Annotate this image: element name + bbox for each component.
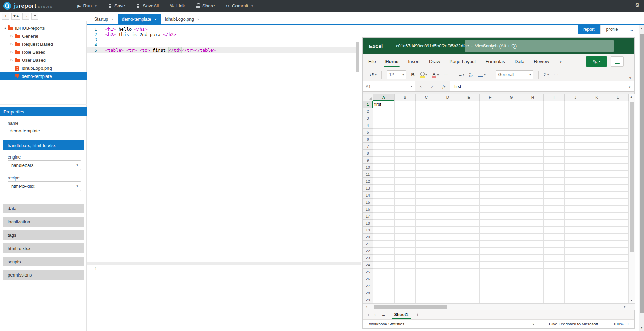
- cell-I12[interactable]: [544, 178, 565, 185]
- tree-item-role-based[interactable]: ▷Role Based: [0, 48, 87, 56]
- cell-B5[interactable]: [395, 129, 416, 136]
- cell-D13[interactable]: [437, 185, 458, 192]
- cell-B14[interactable]: [395, 192, 416, 199]
- cell-G23[interactable]: [501, 255, 522, 262]
- cell-B18[interactable]: [395, 220, 416, 227]
- collapsed-arrow-icon[interactable]: ▷: [10, 51, 14, 54]
- cell-L23[interactable]: [607, 255, 629, 262]
- cell-G11[interactable]: [501, 171, 522, 178]
- cell-L8[interactable]: [607, 150, 629, 157]
- cell-G26[interactable]: [501, 275, 522, 282]
- cell-F8[interactable]: [480, 150, 501, 157]
- column-header-J[interactable]: J: [565, 94, 586, 101]
- section-scripts[interactable]: scripts: [3, 257, 84, 266]
- cell-D3[interactable]: [437, 115, 458, 122]
- row-header-18[interactable]: 18: [363, 220, 373, 227]
- preview-scrollbar[interactable]: ▲ ▼: [639, 25, 644, 331]
- row-header-12[interactable]: 12: [363, 178, 373, 185]
- cell-D16[interactable]: [437, 206, 458, 213]
- cell-H9[interactable]: [522, 157, 544, 164]
- cell-C18[interactable]: [416, 220, 437, 227]
- prev-sheet-icon[interactable]: ‹: [368, 312, 369, 317]
- close-icon[interactable]: ×: [111, 17, 113, 21]
- cell-J29[interactable]: [565, 296, 586, 303]
- cell-B8[interactable]: [395, 150, 416, 157]
- cell-A15[interactable]: [373, 199, 395, 206]
- cell-E13[interactable]: [458, 185, 480, 192]
- row-header-28[interactable]: 28: [363, 289, 373, 296]
- recipe-select[interactable]: html-to-xlsx ▾: [8, 181, 81, 191]
- cancel-icon[interactable]: ×: [419, 84, 422, 89]
- cell-I9[interactable]: [544, 157, 565, 164]
- cell-C12[interactable]: [416, 178, 437, 185]
- cell-J21[interactable]: [565, 241, 586, 248]
- cell-C29[interactable]: [416, 296, 437, 303]
- cell-I16[interactable]: [544, 206, 565, 213]
- fill-color-button[interactable]: ▾: [420, 72, 427, 78]
- cell-K13[interactable]: [586, 185, 607, 192]
- cell-K16[interactable]: [586, 206, 607, 213]
- cell-J18[interactable]: [565, 220, 586, 227]
- cell-K24[interactable]: [586, 262, 607, 269]
- cell-F23[interactable]: [480, 255, 501, 262]
- cell-A29[interactable]: [373, 296, 395, 303]
- cell-D12[interactable]: [437, 178, 458, 185]
- cell-I7[interactable]: [544, 143, 565, 150]
- cell-E26[interactable]: [458, 275, 480, 282]
- cell-F7[interactable]: [480, 143, 501, 150]
- cell-D19[interactable]: [437, 227, 458, 234]
- code-line[interactable]: 1<h1> hello </h1>: [87, 27, 356, 32]
- cell-I25[interactable]: [544, 269, 565, 275]
- grid-vscroll-thumb[interactable]: [630, 102, 634, 252]
- cell-B24[interactable]: [395, 262, 416, 269]
- cell-E28[interactable]: [458, 289, 480, 296]
- alignment-button[interactable]: ≡ ▾: [459, 72, 464, 78]
- cell-C25[interactable]: [416, 269, 437, 275]
- tree-item-general[interactable]: ▷General: [0, 32, 87, 40]
- cell-F15[interactable]: [480, 199, 501, 206]
- cell-K10[interactable]: [586, 164, 607, 171]
- cell-J6[interactable]: [565, 136, 586, 143]
- editor-split-handle[interactable]: [87, 262, 361, 265]
- cell-K1[interactable]: [586, 101, 607, 108]
- next-sheet-icon[interactable]: ›: [374, 312, 376, 317]
- cell-K7[interactable]: [586, 143, 607, 150]
- cell-F29[interactable]: [480, 296, 501, 303]
- cell-I8[interactable]: [544, 150, 565, 157]
- tree-item-idhublogo-png[interactable]: IdhubLogo.png: [0, 64, 87, 72]
- cell-L15[interactable]: [607, 199, 629, 206]
- cell-G16[interactable]: [501, 206, 522, 213]
- cell-D4[interactable]: [437, 122, 458, 129]
- cell-C28[interactable]: [416, 289, 437, 296]
- collapsed-arrow-icon[interactable]: ▷: [10, 43, 14, 46]
- cell-J1[interactable]: [565, 101, 586, 108]
- tab-more[interactable]: ...: [624, 25, 639, 34]
- cell-F22[interactable]: [480, 248, 501, 255]
- cell-B23[interactable]: [395, 255, 416, 262]
- column-header-K[interactable]: K: [586, 94, 607, 101]
- cell-G18[interactable]: [501, 220, 522, 227]
- cell-K12[interactable]: [586, 178, 607, 185]
- cell-D2[interactable]: [437, 108, 458, 115]
- cell-H6[interactable]: [522, 136, 544, 143]
- cell-G21[interactable]: [501, 241, 522, 248]
- cell-E23[interactable]: [458, 255, 480, 262]
- column-header-L[interactable]: L: [607, 94, 629, 101]
- comments-button[interactable]: [611, 56, 624, 67]
- scroll-up-icon[interactable]: ▲: [639, 27, 644, 30]
- cell-I28[interactable]: [544, 289, 565, 296]
- cell-L12[interactable]: [607, 178, 629, 185]
- row-header-5[interactable]: 5: [363, 129, 373, 136]
- cell-F11[interactable]: [480, 171, 501, 178]
- cell-H18[interactable]: [522, 220, 544, 227]
- cell-B19[interactable]: [395, 227, 416, 234]
- cell-D18[interactable]: [437, 220, 458, 227]
- cell-A1[interactable]: first: [373, 101, 395, 108]
- cell-G24[interactable]: [501, 262, 522, 269]
- cell-B11[interactable]: [395, 171, 416, 178]
- cell-L13[interactable]: [607, 185, 629, 192]
- zoom-out-button[interactable]: −: [607, 322, 610, 327]
- cell-B2[interactable]: [395, 108, 416, 115]
- cell-C22[interactable]: [416, 248, 437, 255]
- cell-E3[interactable]: [458, 115, 480, 122]
